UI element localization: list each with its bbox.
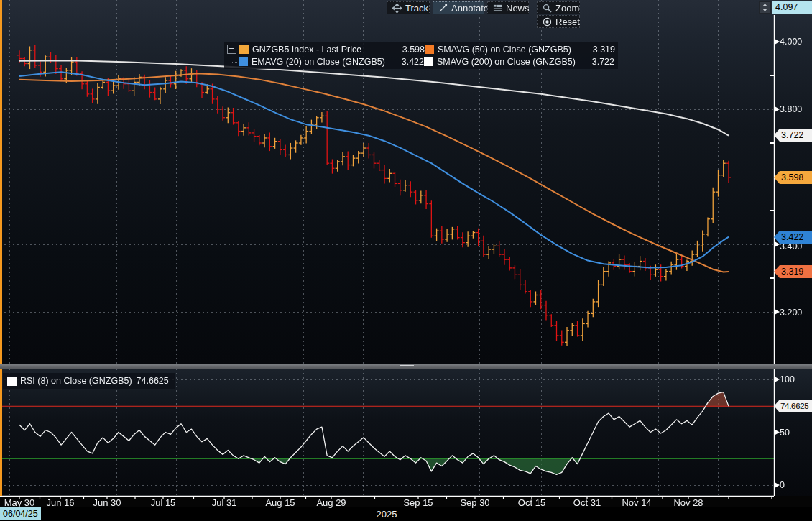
last-price-badge: 3.598 <box>774 171 812 184</box>
rsi-legend-label: RSI (8) on Close (GNZGB5) <box>20 376 132 386</box>
legend-item-value: 3.422 <box>392 57 424 67</box>
news-button[interactable]: News <box>487 1 529 14</box>
legend-item-label: SMAVG (50) on Close (GNZGB5) <box>438 45 583 55</box>
legend-collapse-toggle[interactable] <box>227 45 236 54</box>
axis-scale-spinner[interactable] <box>759 1 771 14</box>
x-label-jun16: Jun 16 <box>46 497 74 508</box>
sma200-value-badge: 3.722 <box>774 129 812 142</box>
rsi-tick-50: 50 <box>780 427 790 438</box>
smavg50-swatch <box>425 45 434 54</box>
rsi-swatch <box>7 377 17 386</box>
legend-panel: GNZGB5 Index - Last Price 3.598 SMAVG (5… <box>224 42 618 69</box>
legend-item-value: 3.319 <box>583 45 615 55</box>
legend-item-last-price[interactable]: GNZGB5 Index - Last Price 3.598 <box>239 45 425 55</box>
zoom-magnifier-icon <box>543 4 552 13</box>
x-label-jul31: Jul 31 <box>212 497 237 508</box>
news-list-icon <box>493 4 502 13</box>
zoom-button[interactable]: Zoom <box>537 1 580 14</box>
rsi-legend-value: 74.6625 <box>137 376 169 386</box>
annotate-label: Annotate <box>451 3 489 14</box>
x-label-aug29: Aug 29 <box>316 497 346 508</box>
price-tick-4000: 4.000 <box>780 36 802 47</box>
divider-handle[interactable] <box>400 365 414 369</box>
track-button[interactable]: Track <box>387 1 430 14</box>
annotate-pencil-icon <box>438 4 448 13</box>
ema20-value-badge: 3.422 <box>774 231 812 244</box>
reset-label: Reset <box>555 17 580 27</box>
x-label-nov28: Nov 28 <box>673 497 703 508</box>
reset-button[interactable]: Reset <box>537 15 580 28</box>
legend-item-emavg20[interactable]: EMAVG (20) on Close (GNZGB5) 3.422 <box>239 57 424 67</box>
sma50-value-badge: 3.319 <box>774 265 812 278</box>
start-date-field[interactable]: 06/04/25 <box>0 507 41 520</box>
price-rsi-chart-canvas[interactable] <box>0 0 812 521</box>
rsi-tick-0: 0 <box>780 479 785 491</box>
track-label: Track <box>405 3 428 14</box>
legend-item-label: SMAVG (200) on Close (GNZGB5) <box>437 57 583 67</box>
legend-row-1: GNZGB5 Index - Last Price 3.598 SMAVG (5… <box>227 43 615 55</box>
track-move-icon <box>392 4 402 13</box>
legend-item-value: 3.722 <box>583 57 614 67</box>
legend-tree-connector <box>231 56 237 63</box>
x-label-oct15: Oct 15 <box>518 497 545 508</box>
chart-window: Track Annotate News Zoom Reset GNZGB5 In… <box>0 0 812 521</box>
legend-item-smavg50[interactable]: SMAVG (50) on Close (GNZGB5) 3.319 <box>425 45 615 55</box>
smavg200-swatch <box>424 57 433 66</box>
x-label-jun30: Jun 30 <box>93 497 121 508</box>
axis-max-field[interactable]: 4.097 <box>772 1 812 14</box>
price-tick-3800: 3.800 <box>780 103 802 115</box>
x-label-aug15: Aug 15 <box>265 497 295 508</box>
price-tick-3200: 3.200 <box>780 307 802 318</box>
status-bar <box>0 507 812 521</box>
x-label-jul15: Jul 15 <box>151 497 176 508</box>
rsi-tick-100: 100 <box>780 374 795 385</box>
panel-divider[interactable] <box>0 364 812 369</box>
legend-row-2: EMAVG (20) on Close (GNZGB5) 3.422 SMAVG… <box>227 55 615 68</box>
legend-item-smavg200[interactable]: SMAVG (200) on Close (GNZGB5) 3.722 <box>424 57 614 67</box>
annotate-button[interactable]: Annotate <box>433 1 484 14</box>
x-label-sep30: Sep 30 <box>460 497 489 508</box>
legend-item-value: 3.598 <box>393 45 425 55</box>
rsi-value-badge: 74.6625 <box>774 400 812 412</box>
last-price-swatch <box>239 45 249 54</box>
x-label-may30: May 30 <box>4 497 35 508</box>
x-label-nov14: Nov 14 <box>622 497 651 508</box>
emavg20-swatch <box>239 57 248 66</box>
legend-item-label: GNZGB5 Index - Last Price <box>252 45 393 55</box>
x-axis-year: 2025 <box>377 509 397 520</box>
zoom-label: Zoom <box>555 3 579 14</box>
x-label-sep15: Sep 15 <box>403 497 433 508</box>
x-label-oct31: Oct 31 <box>573 497 601 508</box>
up-down-arrows-icon <box>762 4 768 11</box>
rsi-legend[interactable]: RSI (8) on Close (GNZGB5) 74.6625 <box>3 373 175 389</box>
news-label: News <box>506 3 530 14</box>
legend-item-label: EMAVG (20) on Close (GNZGB5) <box>252 57 392 67</box>
reset-icon <box>543 17 552 27</box>
